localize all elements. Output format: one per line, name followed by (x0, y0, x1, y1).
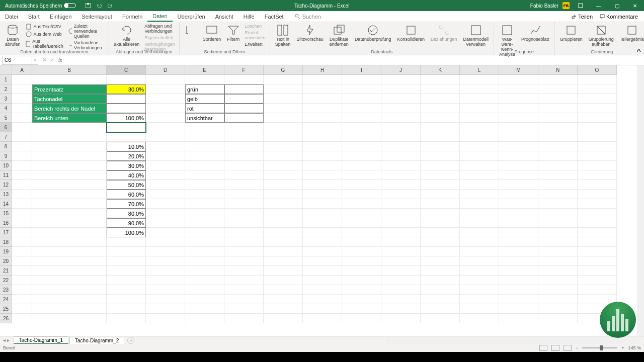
cell-A26[interactable] (12, 314, 32, 323)
cell-H26[interactable] (303, 314, 342, 323)
cell-N3[interactable] (538, 94, 578, 104)
cell-O19[interactable] (578, 247, 617, 256)
maximize-icon[interactable]: ▢ (610, 0, 624, 11)
redo-icon[interactable] (107, 3, 113, 9)
cell-D17[interactable] (146, 228, 185, 237)
search-box[interactable]: Suchen (295, 14, 321, 20)
cell-H15[interactable] (303, 209, 342, 218)
cell-B7[interactable] (32, 132, 107, 142)
cell-J13[interactable] (381, 190, 421, 199)
cell-E5[interactable]: unsichtbar (185, 113, 224, 123)
cell-H16[interactable] (303, 218, 342, 228)
cell-M11[interactable] (499, 170, 538, 180)
cell-J19[interactable] (381, 247, 421, 256)
cell-B10[interactable] (32, 161, 107, 170)
cell-F25[interactable] (224, 304, 264, 314)
cell-N18[interactable] (538, 237, 578, 247)
cell-O22[interactable] (578, 276, 617, 285)
column-header[interactable]: B (32, 65, 107, 75)
cell-E12[interactable] (185, 180, 224, 190)
cell-N10[interactable] (538, 161, 578, 170)
row-header[interactable]: 4 (0, 104, 12, 113)
cell-G21[interactable] (264, 266, 303, 276)
cell-J26[interactable] (381, 314, 421, 323)
cell-J5[interactable] (381, 113, 421, 123)
cell-J14[interactable] (381, 199, 421, 209)
tab-factset[interactable]: FactSet (260, 11, 289, 22)
tab-seitenlayout[interactable]: Seitenlayout (76, 11, 117, 22)
cell-O9[interactable] (578, 151, 617, 161)
group-button[interactable]: Gruppieren (558, 23, 585, 43)
cell-M14[interactable] (499, 199, 538, 209)
zoom-level[interactable]: 145 % (628, 345, 641, 350)
cell-M7[interactable] (499, 132, 538, 142)
cell-K2[interactable] (421, 84, 460, 94)
cell-E15[interactable] (185, 209, 224, 218)
cell-B25[interactable] (32, 304, 107, 314)
cell-L17[interactable] (460, 228, 499, 237)
cell-L2[interactable] (460, 84, 499, 94)
cell-N6[interactable] (538, 123, 578, 132)
cell-C18[interactable] (107, 237, 146, 247)
cell-C3[interactable] (107, 94, 146, 104)
cell-I4[interactable] (342, 104, 381, 113)
cell-H22[interactable] (303, 276, 342, 285)
cell-H14[interactable] (303, 199, 342, 209)
cell-F23[interactable] (224, 285, 264, 295)
name-box-dropdown[interactable]: ▾ (32, 56, 38, 65)
ribbon-options-icon[interactable] (574, 0, 588, 11)
cell-N4[interactable] (538, 104, 578, 113)
cell-D13[interactable] (146, 190, 185, 199)
cell-K7[interactable] (421, 132, 460, 142)
column-header[interactable]: N (538, 65, 578, 75)
cell-N7[interactable] (538, 132, 578, 142)
cell-M25[interactable] (499, 304, 538, 314)
cell-A13[interactable] (12, 190, 32, 199)
data-validation-button[interactable]: Datenüberprüfung (353, 23, 393, 43)
advanced-filter-button[interactable]: Erweitert (244, 41, 267, 47)
cell-K22[interactable] (421, 276, 460, 285)
cell-N17[interactable] (538, 228, 578, 237)
cell-J7[interactable] (381, 132, 421, 142)
column-header[interactable]: F (224, 65, 264, 75)
cell-C26[interactable] (107, 314, 146, 323)
cell-C16[interactable]: 90,0% (107, 218, 146, 228)
cell-E16[interactable] (185, 218, 224, 228)
cell-F9[interactable] (224, 151, 264, 161)
collapse-ribbon-icon[interactable]: ^ (637, 48, 643, 54)
from-csv-button[interactable]: Aus Text/CSV (25, 23, 66, 30)
cell-A22[interactable] (12, 276, 32, 285)
cell-M15[interactable] (499, 209, 538, 218)
row-header[interactable]: 19 (0, 247, 12, 256)
cell-C7[interactable] (107, 132, 146, 142)
cell-B9[interactable] (32, 151, 107, 161)
cell-L8[interactable] (460, 142, 499, 151)
cell-G23[interactable] (264, 285, 303, 295)
cell-H21[interactable] (303, 266, 342, 276)
cell-F21[interactable] (224, 266, 264, 276)
cell-O16[interactable] (578, 218, 617, 228)
row-header[interactable]: 22 (0, 276, 12, 285)
cell-N20[interactable] (538, 256, 578, 266)
cell-F2[interactable] (224, 84, 264, 94)
cell-H2[interactable] (303, 84, 342, 94)
cell-C17[interactable]: 100,0% (107, 228, 146, 237)
cell-F18[interactable] (224, 237, 264, 247)
cell-D19[interactable] (146, 247, 185, 256)
cell-A1[interactable] (12, 75, 32, 84)
row-header[interactable]: 3 (0, 94, 12, 104)
cell-G19[interactable] (264, 247, 303, 256)
cell-B2[interactable]: Prozentsatz (32, 84, 107, 94)
cell-O7[interactable] (578, 132, 617, 142)
cell-I20[interactable] (342, 256, 381, 266)
cell-G6[interactable] (264, 123, 303, 132)
filter-button[interactable]: Filtern (225, 23, 242, 43)
cell-G5[interactable] (264, 113, 303, 123)
cell-J16[interactable] (381, 218, 421, 228)
cell-F17[interactable] (224, 228, 264, 237)
cell-O5[interactable] (578, 113, 617, 123)
cell-G16[interactable] (264, 218, 303, 228)
cell-A6[interactable] (12, 123, 32, 132)
cell-F3[interactable] (224, 94, 264, 104)
cell-F6[interactable] (224, 123, 264, 132)
